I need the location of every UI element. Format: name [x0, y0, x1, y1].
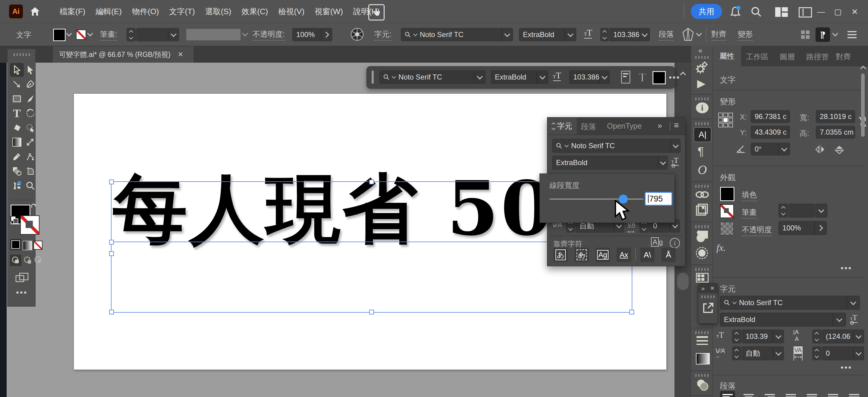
libraries-panel-icon[interactable] [696, 204, 709, 216]
zoom-tool-icon[interactable] [25, 180, 35, 191]
width-field[interactable]: 28.1019 c [816, 110, 855, 123]
floating-font-family-chevron[interactable] [474, 70, 486, 84]
menu-select[interactable]: 選取(S) [205, 6, 231, 17]
prop-font-family-chevron[interactable] [846, 296, 860, 310]
artboard-tool-icon[interactable] [25, 166, 35, 176]
prop-tracking-field[interactable]: 0 [822, 346, 853, 360]
paintbrush-tool-icon[interactable] [25, 94, 35, 104]
stroke-color-swatch[interactable] [76, 30, 86, 40]
appearance-fill-label[interactable]: 填色 [742, 190, 757, 201]
links-panel-icon[interactable] [695, 190, 709, 199]
drag-handle[interactable] [372, 70, 374, 84]
height-field[interactable]: 7.0355 cm [816, 126, 855, 138]
prop-font-size-chevron[interactable] [773, 330, 784, 343]
transparency-panel-icon[interactable] [696, 379, 709, 391]
dock-grip[interactable] [695, 122, 709, 125]
puppet-warp-tool-icon[interactable] [25, 152, 35, 162]
composer-chevron-icon[interactable] [696, 30, 702, 36]
panel-menu-icon[interactable]: ≡ [674, 121, 679, 130]
grid-snap-icon[interactable] [801, 30, 810, 39]
scrollbar-thumb[interactable] [677, 273, 689, 290]
eyedropper-tool-icon[interactable] [12, 152, 22, 162]
transform-label[interactable]: 變形 [738, 29, 753, 41]
appearance-stroke-stepper[interactable] [778, 204, 788, 218]
floating-fill-swatch[interactable] [652, 71, 666, 84]
appearance-more-icon[interactable]: ••• [841, 263, 852, 273]
document-info-icon[interactable]: i [696, 102, 709, 113]
font-family-chevron[interactable] [501, 28, 513, 41]
align-icon[interactable] [621, 71, 630, 84]
prop-font-style-chevron[interactable] [833, 313, 846, 327]
rotate-view-tool-icon[interactable] [25, 123, 35, 133]
floating-font-family-field[interactable]: Noto Serif TC [379, 70, 474, 84]
prop-leading-chevron[interactable] [853, 330, 864, 343]
appearance-opacity-field[interactable]: 100% [778, 221, 815, 235]
appearance-stroke-label[interactable]: 筆畫 [742, 207, 757, 219]
menu-window[interactable]: 視窗(W) [315, 6, 343, 17]
menu-effect[interactable]: 效果(C) [241, 6, 268, 17]
font-size-stepper[interactable] [600, 28, 609, 41]
floating-font-size-chevron[interactable] [599, 70, 610, 84]
panel-scroll-up-icon[interactable] [860, 66, 866, 72]
appearance-stroke-field[interactable] [789, 204, 815, 218]
list-icon[interactable] [847, 31, 857, 38]
draw-normal-mode-icon[interactable] [10, 255, 22, 266]
font-family-field[interactable]: Noto Serif TC [401, 28, 501, 41]
direct-selection-tool-icon[interactable] [25, 65, 35, 75]
window-close-button[interactable]: ✕ [847, 5, 863, 19]
x-field[interactable]: 96.7381 c [751, 110, 790, 123]
align-left-button[interactable] [720, 391, 735, 397]
appearance-opacity-swatch[interactable] [720, 222, 734, 236]
align-right-button[interactable] [762, 393, 777, 397]
angle-chevron[interactable] [778, 143, 790, 156]
stroke-weight-field[interactable] [136, 28, 168, 41]
rotate-tool-icon[interactable] [25, 108, 35, 119]
panel-font-family-field[interactable]: Noto Serif TC [552, 139, 671, 153]
share-button[interactable]: 共用 [691, 4, 722, 19]
tab-pathfinder[interactable]: 路徑管 [806, 52, 829, 62]
selection-handle[interactable] [369, 179, 374, 184]
warp-tool-icon[interactable] [12, 180, 22, 191]
justify-right-button[interactable] [826, 393, 841, 397]
appearance-stroke-chevron[interactable] [815, 204, 827, 218]
panel-font-style-field[interactable]: ExtraBold [552, 156, 658, 170]
font-style-field[interactable]: ExtraBold [519, 28, 565, 41]
selection-handle[interactable] [109, 179, 114, 184]
floating-more-icon[interactable]: ••• [669, 73, 680, 82]
prop-font-style-field[interactable]: ExtraBold [720, 313, 833, 327]
document-tab-close-icon[interactable]: ✕ [178, 51, 183, 59]
justify-left-button[interactable] [783, 393, 798, 397]
align-glyph-ag-icon[interactable]: Ag [651, 238, 663, 246]
y-field[interactable]: 43.4309 c [751, 126, 790, 138]
prop-font-family-field[interactable]: Noto Serif TC [720, 296, 846, 310]
screen-mode-icon[interactable] [16, 273, 29, 284]
play-actions-icon[interactable]: ▶ [697, 77, 706, 90]
opentype-panel-icon[interactable]: O [698, 163, 707, 177]
default-swatches-icon[interactable] [10, 216, 18, 223]
font-size-chevron[interactable] [640, 28, 650, 41]
app-logo[interactable]: Ai [9, 4, 23, 19]
character-more-icon[interactable]: ••• [841, 363, 852, 372]
selection-tool-icon[interactable] [12, 65, 22, 75]
reference-point-widget[interactable] [718, 113, 733, 127]
eraser-tool-icon[interactable] [12, 123, 22, 133]
appearance-stroke-swatch[interactable] [720, 204, 734, 218]
prop-leading-field[interactable]: (124.06 [822, 330, 853, 343]
mini-panel-close-icon[interactable]: ✕ [710, 285, 715, 292]
panel-options-icon[interactable]: ¶ [815, 27, 830, 42]
draw-behind-mode-icon[interactable] [23, 256, 32, 265]
prop-kerning-chevron[interactable] [773, 346, 784, 360]
variable-width-profile-select[interactable] [186, 29, 241, 40]
stroke-swatch[interactable] [20, 216, 39, 235]
floating-font-size-field[interactable]: 103.386 [569, 70, 599, 84]
character-label[interactable]: 字元: [374, 29, 392, 41]
stroke-chevron-icon[interactable] [87, 30, 93, 36]
artboards-panel-icon[interactable] [696, 273, 709, 283]
symbols-panel-icon[interactable] [696, 230, 709, 242]
selection-handle[interactable] [629, 310, 634, 315]
mini-panel-expand-icon[interactable]: » [701, 285, 705, 292]
curvature-tool-icon[interactable] [12, 79, 22, 90]
prop-font-size-field[interactable]: 103.39 [742, 330, 773, 343]
panel-options-chevron[interactable] [832, 30, 838, 36]
paragraph-label[interactable]: 段落 [659, 29, 674, 41]
